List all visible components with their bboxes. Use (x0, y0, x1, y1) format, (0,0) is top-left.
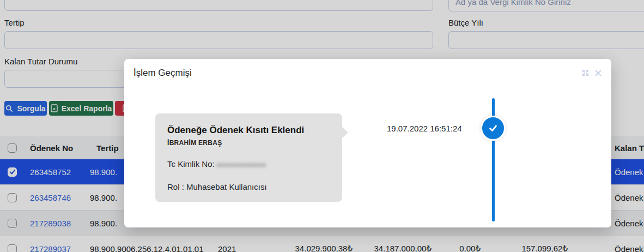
tc-kimlik-masked-value: ●●●●●●●●●●● (217, 161, 266, 169)
event-title: Ödeneğe Ödenek Kısıtı Eklendi (167, 125, 330, 136)
timeline-check-node (481, 116, 506, 141)
modal-header: İşlem Geçmişi (124, 59, 611, 87)
event-timestamp: 19.07.2022 16:51:24 (387, 124, 462, 133)
event-card: Ödeneğe Ödenek Kısıtı Eklendi İBRAHİM ER… (155, 113, 342, 202)
event-rol: Rol : Muhasebat Kullanıcısı (167, 182, 330, 191)
app-screen: Tertip Bütçe Yılı Kalan Tutar Durumu Sor… (0, 0, 644, 252)
islem-gecmisi-modal: İşlem Geçmişi Öden (124, 59, 611, 227)
modal-title: İşlem Geçmişi (133, 68, 192, 79)
tc-kimlik-label: Tc Kimlik No: (167, 159, 215, 169)
close-icon[interactable] (594, 69, 602, 77)
expand-icon[interactable] (581, 69, 590, 77)
event-user: İBRAHİM ERBAŞ (167, 139, 330, 147)
check-icon (488, 123, 499, 134)
